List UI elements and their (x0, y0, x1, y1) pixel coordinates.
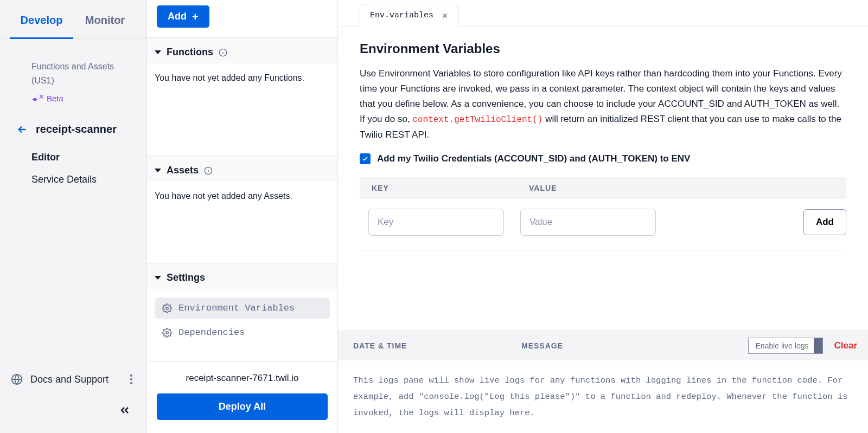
tab-develop[interactable]: Develop (10, 14, 73, 38)
credentials-checkbox-label: Add my Twilio Credentials (ACCOUNT_SID) … (377, 153, 690, 164)
beta-badge: ✦✕ Beta (31, 90, 136, 107)
settings-item-label: Dependencies (178, 327, 245, 338)
sidebar-item-service-details[interactable]: Service Details (31, 169, 146, 191)
kebab-menu-icon[interactable] (127, 371, 136, 387)
chevrons-left-icon[interactable] (118, 404, 131, 417)
file-tabs-bar: Env.variables (338, 0, 868, 27)
section-header-functions[interactable]: Functions (147, 38, 337, 63)
sidebar-item-editor[interactable]: Editor (31, 146, 146, 169)
logs-header-message: MESSAGE (521, 341, 563, 350)
value-input[interactable] (520, 209, 656, 236)
caret-down-icon (155, 169, 161, 172)
kv-header-key: KEY (372, 184, 529, 192)
sparkle-icon: ✦✕ (31, 90, 44, 107)
logs-pane: DATE & TIME MESSAGE Enable live logs Cle… (338, 331, 868, 433)
caret-down-icon (155, 50, 161, 54)
enable-live-logs-toggle[interactable]: Enable live logs (748, 338, 823, 354)
check-icon (362, 156, 368, 162)
logs-header: DATE & TIME MESSAGE Enable live logs Cle… (338, 331, 868, 360)
section-title-settings: Settings (167, 272, 205, 283)
kv-header: KEY VALUE (360, 177, 846, 199)
page-description: Use Environment Variables to store confi… (360, 66, 846, 143)
breadcrumb-line-2: (US1) (31, 74, 136, 88)
page-title: Environment Variables (360, 41, 846, 56)
main-panel: Env.variables Environment Variables Use … (338, 0, 868, 433)
section-header-settings[interactable]: Settings (147, 263, 337, 289)
logs-header-datetime: DATE & TIME (353, 341, 521, 350)
section-header-assets[interactable]: Assets (147, 156, 337, 182)
tab-monitor[interactable]: Monitor (73, 14, 137, 38)
section-title-assets: Assets (167, 165, 199, 176)
project-name: receipt-scanner (36, 123, 117, 135)
plus-icon: + (192, 11, 199, 22)
desc-code: context.getTwilioClient() (412, 115, 542, 125)
breadcrumb-line-1[interactable]: Functions and Assets (31, 60, 136, 74)
file-tab-label: Env.variables (370, 11, 433, 20)
sidebar-nav-list: Editor Service Details (0, 146, 146, 191)
deploy-url: receipt-scanner-7671.twil.io (157, 373, 328, 384)
add-button[interactable]: Add + (157, 5, 209, 28)
tab-env-variables[interactable]: Env.variables (360, 4, 459, 27)
develop-monitor-tabs: Develop Monitor (0, 0, 146, 39)
middle-panel: Add + Functions You have not yet added a… (147, 0, 338, 433)
credentials-checkbox[interactable] (360, 153, 371, 164)
section-title-functions: Functions (167, 47, 213, 58)
globe-icon (11, 373, 23, 385)
deploy-all-button[interactable]: Deploy All (157, 393, 328, 420)
clear-logs-button[interactable]: Clear (834, 340, 857, 351)
functions-empty-text: You have not yet added any Functions. (147, 63, 337, 156)
breadcrumb: Functions and Assets (US1) ✦✕ Beta (0, 50, 146, 107)
info-icon[interactable] (204, 166, 213, 175)
gear-icon (162, 303, 172, 313)
close-icon[interactable] (441, 12, 449, 20)
arrow-back-icon[interactable] (16, 124, 28, 135)
sidebar-left: Develop Monitor Functions and Assets (US… (0, 0, 147, 433)
info-icon[interactable] (219, 48, 227, 57)
section-functions: Functions You have not yet added any Fun… (147, 37, 337, 156)
docs-support-link[interactable]: Docs and Support (30, 374, 108, 385)
assets-empty-text: You have not yet added any Assets. (147, 182, 337, 263)
project-row: receipt-scanner (0, 107, 146, 146)
svg-point-3 (166, 307, 169, 309)
svg-point-4 (166, 331, 169, 334)
toggle-handle-icon (814, 338, 822, 353)
settings-item-env-vars[interactable]: Environment Variables (155, 298, 330, 319)
caret-down-icon (155, 276, 161, 280)
settings-item-dependencies[interactable]: Dependencies (155, 322, 330, 343)
add-env-var-button[interactable]: Add (803, 209, 846, 235)
key-input[interactable] (368, 209, 504, 236)
enable-live-logs-label: Enable live logs (755, 341, 808, 350)
credentials-checkbox-row: Add my Twilio Credentials (ACCOUNT_SID) … (360, 153, 846, 164)
sidebar-footer: Docs and Support (0, 358, 146, 400)
section-settings: Settings Environment Variables Dependenc… (147, 263, 337, 352)
add-button-label: Add (168, 11, 187, 22)
kv-input-row: Add (360, 199, 846, 250)
beta-label: Beta (47, 92, 63, 106)
logs-placeholder-text: This logs pane will show live logs for a… (338, 360, 868, 433)
gear-icon (162, 328, 172, 338)
section-assets: Assets You have not yet added any Assets… (147, 156, 337, 263)
middle-footer: receipt-scanner-7671.twil.io Deploy All (147, 361, 337, 433)
settings-item-label: Environment Variables (178, 303, 295, 313)
kv-header-value: VALUE (529, 184, 557, 192)
